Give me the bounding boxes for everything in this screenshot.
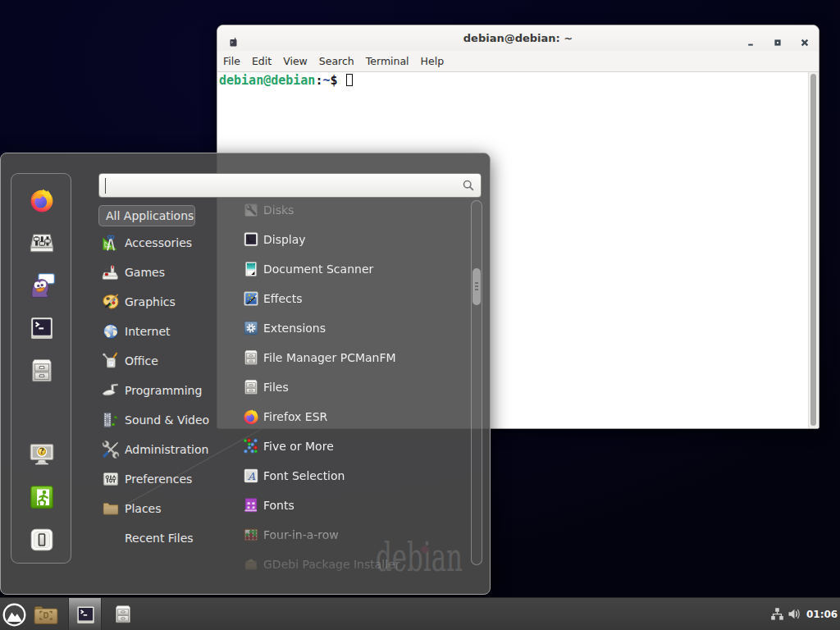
category-item[interactable]: Office <box>98 346 243 376</box>
favorite-pidgin[interactable] <box>28 272 56 299</box>
taskbar: 01:06 <box>0 597 840 630</box>
menu-app-list: Disks Display Document Scanner Effects E… <box>240 195 468 579</box>
favorite-terminal[interactable] <box>28 314 56 342</box>
category-item[interactable]: Programming <box>98 376 243 405</box>
app-item[interactable]: Document Scanner <box>240 254 468 284</box>
volume-tray-icon[interactable] <box>788 607 801 621</box>
application-menu: All Applications Accessories Games Graph… <box>0 153 491 595</box>
menu-scrollbar[interactable] <box>471 200 482 565</box>
taskbar-files-launcher[interactable] <box>33 604 59 626</box>
app-item[interactable]: Extensions <box>240 313 468 343</box>
app-item[interactable]: Firefox ESR <box>240 402 468 431</box>
favorite-file-manager[interactable] <box>28 357 56 385</box>
category-item[interactable]: Internet <box>98 317 243 346</box>
app-item[interactable]: Four-in-a-row <box>240 520 468 550</box>
terminal-menu-item[interactable]: Terminal <box>360 51 415 72</box>
app-item[interactable]: Disks <box>240 195 468 225</box>
favorite-firefox[interactable] <box>28 186 56 214</box>
terminal-prompt: debian@debian:~$ <box>219 73 353 88</box>
taskbar-clock[interactable]: 01:06 <box>806 598 838 630</box>
category-item[interactable]: Games <box>98 258 243 287</box>
terminal-scrollbar-thumb[interactable] <box>810 74 816 426</box>
favorite-settings-mixer[interactable] <box>28 229 56 257</box>
category-item[interactable]: Sound & Video <box>98 405 243 435</box>
menu-favorites-panel <box>11 173 71 564</box>
terminal-menu-item[interactable]: Search <box>313 51 360 72</box>
category-item[interactable]: Preferences <box>98 464 243 494</box>
app-item[interactable]: File Manager PCManFM <box>240 343 468 372</box>
app-item[interactable]: Files <box>240 372 468 402</box>
search-caret <box>105 178 106 194</box>
session-lock-screen[interactable] <box>28 441 56 468</box>
terminal-titlebar[interactable]: debian@debian: ~ <box>217 25 819 51</box>
app-item[interactable]: Effects <box>240 284 468 313</box>
minimize-button[interactable] <box>746 35 756 45</box>
app-item[interactable]: Fonts <box>240 491 468 520</box>
session-logout[interactable] <box>28 483 56 511</box>
app-item[interactable]: Display <box>240 225 468 254</box>
terminal-cursor <box>346 74 353 86</box>
taskbar-menu-button[interactable] <box>2 602 27 628</box>
taskbar-terminal-window-button[interactable] <box>68 598 102 630</box>
terminal-menubar: FileEditViewSearchTerminalHelp <box>217 51 819 72</box>
category-item[interactable]: Graphics <box>98 287 243 317</box>
maximize-button[interactable] <box>773 35 783 45</box>
search-icon <box>462 179 475 195</box>
category-item[interactable]: Places <box>98 494 243 523</box>
desktop: debian debian@debian: ~ FileEditViewSear… <box>0 0 840 630</box>
terminal-menu-item[interactable]: Help <box>415 51 450 72</box>
prompt-user-host: debian@debian <box>219 73 315 88</box>
menu-categories: All Applications Accessories Games Graph… <box>98 203 243 553</box>
terminal-title: debian@debian: ~ <box>217 25 819 52</box>
taskbar-filemanager-launcher[interactable] <box>112 603 134 626</box>
app-item[interactable]: Five or More <box>240 431 468 461</box>
category-item[interactable]: Administration <box>98 435 243 464</box>
terminal-menu-item[interactable]: File <box>217 51 246 72</box>
menu-scrollbar-thumb[interactable] <box>472 268 481 305</box>
app-item[interactable]: GDebi Package Installer <box>240 550 468 579</box>
menu-search-input[interactable] <box>98 173 482 198</box>
terminal-menu-item[interactable]: View <box>277 51 313 72</box>
close-button[interactable] <box>800 35 810 45</box>
category-item[interactable]: Recent Files <box>98 523 243 553</box>
app-item[interactable]: Font Selection <box>240 461 468 491</box>
session-shutdown[interactable] <box>28 526 56 554</box>
category-item[interactable]: All Applications <box>98 205 195 226</box>
terminal-menu-item[interactable]: Edit <box>246 51 277 72</box>
terminal-scrollbar[interactable] <box>808 72 819 428</box>
network-tray-icon[interactable] <box>770 607 784 621</box>
category-item[interactable]: Accessories <box>98 228 243 258</box>
